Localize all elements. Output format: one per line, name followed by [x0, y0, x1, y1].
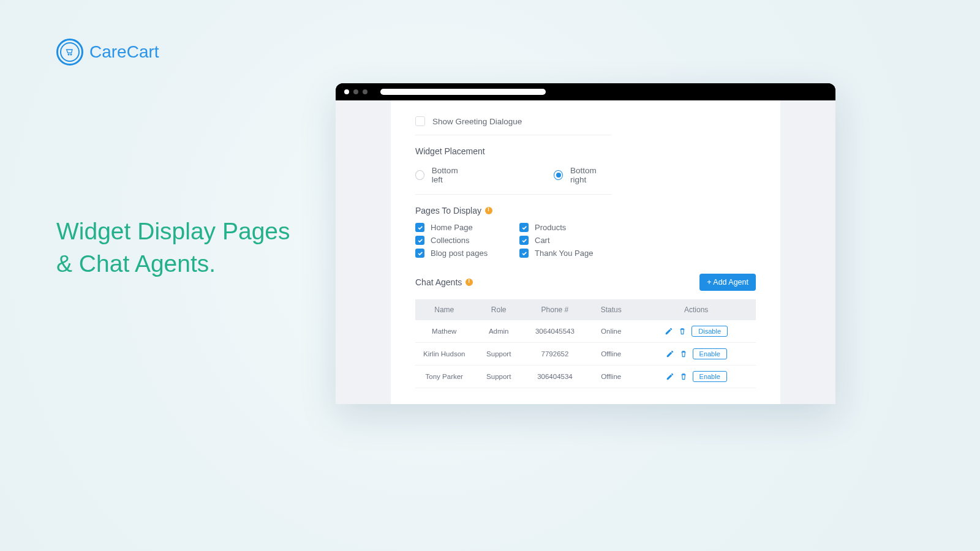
page-products[interactable]: Products: [519, 223, 624, 232]
checkbox-checked-icon: [415, 249, 424, 258]
page-home[interactable]: Home Page: [415, 223, 519, 232]
col-name: Name: [415, 299, 473, 320]
widget-placement-title: Widget Placement: [415, 135, 756, 159]
col-status: Status: [586, 299, 636, 320]
show-greeting-checkbox[interactable]: [415, 116, 425, 126]
show-greeting-row: Show Greeting Dialogue: [415, 100, 611, 135]
edit-icon[interactable]: [666, 372, 674, 381]
delete-icon[interactable]: [679, 350, 688, 358]
svg-point-0: [68, 54, 69, 55]
page-headline: Widget Display Pages & Chat Agents.: [56, 216, 290, 280]
table-row: Kirlin Hudson Support 7792652 Offline En…: [415, 343, 756, 365]
checkbox-checked-icon: [415, 236, 424, 245]
radio-icon: [415, 170, 424, 180]
info-icon[interactable]: [466, 279, 473, 286]
toggle-status-button[interactable]: Enable: [693, 348, 727, 359]
pages-grid: Home Page Products Collections Cart Blog…: [415, 216, 756, 270]
widget-placement-options: Bottom left Bottom right: [415, 159, 611, 195]
app-viewport: Show Greeting Dialogue Widget Placement …: [336, 100, 835, 404]
browser-titlebar: [336, 83, 835, 100]
carecart-logo-icon: [56, 39, 83, 66]
table-row: Tony Parker Support 306404534 Offline En…: [415, 365, 756, 388]
browser-url-bar[interactable]: [380, 89, 546, 95]
brand-logo: CareCart: [56, 39, 159, 66]
table-header-row: Name Role Phone # Status Actions: [415, 299, 756, 320]
svg-point-1: [70, 54, 72, 55]
table-row: Mathew Admin 3064045543 Online Disable: [415, 320, 756, 343]
browser-window: Show Greeting Dialogue Widget Placement …: [336, 83, 835, 404]
chat-agents-header: Chat Agents + Add Agent: [415, 270, 756, 299]
chat-agents-title: Chat Agents: [415, 277, 473, 287]
agents-table: Name Role Phone # Status Actions Mathew …: [415, 299, 756, 388]
traffic-light-minimize-icon[interactable]: [353, 89, 358, 94]
placement-bottom-right[interactable]: Bottom right: [554, 166, 611, 184]
page-cart[interactable]: Cart: [519, 236, 624, 245]
placement-left-label: Bottom left: [432, 166, 468, 184]
page-blog[interactable]: Blog post pages: [415, 249, 519, 258]
edit-icon[interactable]: [666, 350, 674, 358]
checkbox-checked-icon: [519, 249, 529, 258]
toggle-status-button[interactable]: Disable: [692, 326, 728, 337]
delete-icon[interactable]: [679, 372, 688, 381]
traffic-light-close-icon[interactable]: [344, 89, 349, 94]
checkbox-checked-icon: [519, 223, 529, 232]
placement-right-label: Bottom right: [570, 166, 611, 184]
delete-icon[interactable]: [678, 327, 687, 335]
headline-line-2: & Chat Agents.: [56, 248, 290, 280]
col-role: Role: [473, 299, 524, 320]
col-actions: Actions: [636, 299, 756, 320]
col-phone: Phone #: [524, 299, 586, 320]
settings-panel: Show Greeting Dialogue Widget Placement …: [391, 100, 780, 404]
checkbox-checked-icon: [519, 236, 529, 245]
checkbox-checked-icon: [415, 223, 424, 232]
headline-line-1: Widget Display Pages: [56, 216, 290, 248]
info-icon[interactable]: [485, 207, 492, 214]
toggle-status-button[interactable]: Enable: [693, 371, 727, 382]
edit-icon[interactable]: [665, 327, 673, 335]
pages-to-display-title: Pages To Display: [415, 195, 756, 216]
page-thankyou[interactable]: Thank You Page: [519, 249, 624, 258]
page-collections[interactable]: Collections: [415, 236, 519, 245]
show-greeting-label: Show Greeting Dialogue: [432, 117, 522, 126]
radio-selected-icon: [554, 170, 563, 180]
traffic-light-maximize-icon[interactable]: [363, 89, 368, 94]
brand-name: CareCart: [89, 42, 159, 62]
add-agent-button[interactable]: + Add Agent: [699, 274, 756, 291]
placement-bottom-left[interactable]: Bottom left: [415, 166, 468, 184]
